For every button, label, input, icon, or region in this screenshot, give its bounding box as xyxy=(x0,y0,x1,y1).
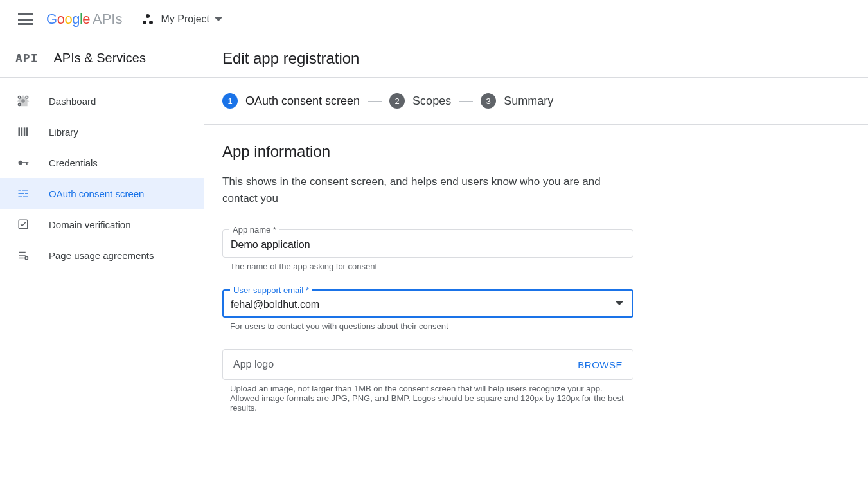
browse-button[interactable]: BROWSE xyxy=(578,359,623,370)
dropdown-arrow-icon xyxy=(616,301,623,305)
svg-point-24 xyxy=(25,256,28,260)
svg-rect-15 xyxy=(22,190,28,191)
svg-rect-18 xyxy=(19,197,22,198)
app-name-input[interactable]: App name * Demo application xyxy=(222,229,633,258)
library-icon xyxy=(15,124,31,139)
sidebar-item-label: Credentials xyxy=(49,157,98,168)
sidebar-item-label: OAuth consent screen xyxy=(49,188,144,199)
sidebar-title: APIs & Services xyxy=(54,51,146,66)
hamburger-icon xyxy=(18,13,33,25)
svg-rect-11 xyxy=(22,162,28,163)
svg-rect-12 xyxy=(26,162,28,165)
api-badge: API xyxy=(15,51,54,65)
sidebar-item-oauth-consent[interactable]: OAuth consent screen xyxy=(0,178,204,209)
svg-rect-14 xyxy=(19,190,22,191)
app-logo-hint: Upload an image, not larger than 1MB on … xyxy=(230,384,628,413)
svg-rect-22 xyxy=(19,255,26,256)
apis-suffix: APIs xyxy=(93,11,122,28)
svg-marker-0 xyxy=(19,96,28,106)
project-selector[interactable]: My Project xyxy=(137,11,227,28)
step-separator xyxy=(368,101,382,102)
top-bar: Google APIs My Project xyxy=(0,0,868,39)
sidebar: API APIs & Services Dashboard Library xyxy=(0,39,204,484)
app-name-label: App name * xyxy=(229,225,279,235)
svg-rect-9 xyxy=(26,127,28,136)
support-email-label: User support email * xyxy=(230,285,312,295)
main-content: Edit app registration 1 OAuth consent sc… xyxy=(204,39,868,484)
svg-point-3 xyxy=(26,96,28,98)
step-label: Scopes xyxy=(412,94,451,108)
sidebar-item-label: Library xyxy=(49,127,78,138)
step-oauth-consent[interactable]: 1 OAuth consent screen xyxy=(222,93,360,109)
sidebar-header: API APIs & Services xyxy=(0,39,204,78)
nav-list: Dashboard Library Credentials OAuth cons… xyxy=(0,78,204,271)
google-logo-text: Google xyxy=(46,11,90,28)
page-title: Edit app registration xyxy=(204,39,868,78)
sidebar-item-label: Page usage agreements xyxy=(49,250,154,261)
project-icon xyxy=(143,14,153,24)
section-description: This shows in the consent screen, and he… xyxy=(222,174,633,206)
app-logo-placeholder: App logo xyxy=(233,359,274,370)
step-number: 1 xyxy=(222,93,238,109)
step-summary[interactable]: 3 Summary xyxy=(481,93,553,109)
step-number: 2 xyxy=(389,93,405,109)
support-email-value: fehal@boldhut.com xyxy=(231,299,625,310)
google-apis-logo[interactable]: Google APIs xyxy=(46,11,122,28)
svg-rect-17 xyxy=(25,193,28,194)
sidebar-item-dashboard[interactable]: Dashboard xyxy=(0,85,204,116)
sidebar-item-page-usage[interactable]: Page usage agreements xyxy=(0,240,204,271)
project-name-label: My Project xyxy=(161,13,209,25)
app-logo-field[interactable]: App logo BROWSE xyxy=(222,349,633,380)
svg-rect-7 xyxy=(21,127,23,136)
consent-icon xyxy=(15,186,31,201)
section-title: App information xyxy=(222,143,829,161)
step-scopes[interactable]: 2 Scopes xyxy=(389,93,451,109)
svg-rect-6 xyxy=(19,127,21,136)
stepper: 1 OAuth consent screen 2 Scopes 3 Summar… xyxy=(204,78,868,125)
verified-icon xyxy=(15,217,31,232)
svg-rect-16 xyxy=(19,193,24,194)
app-name-value: Demo application xyxy=(231,239,625,251)
step-label: OAuth consent screen xyxy=(245,94,360,108)
svg-rect-21 xyxy=(19,252,26,253)
app-name-hint: The name of the app asking for consent xyxy=(230,262,628,271)
settings-list-icon xyxy=(15,247,31,263)
step-separator xyxy=(459,101,473,102)
sidebar-item-library[interactable]: Library xyxy=(0,116,204,147)
svg-rect-23 xyxy=(19,258,24,259)
main-menu-button[interactable] xyxy=(10,4,41,35)
sidebar-item-label: Domain verification xyxy=(49,219,131,230)
sidebar-item-domain-verification[interactable]: Domain verification xyxy=(0,209,204,240)
sidebar-item-label: Dashboard xyxy=(49,96,96,107)
svg-rect-19 xyxy=(23,197,28,198)
svg-point-2 xyxy=(19,96,21,98)
support-email-hint: For users to contact you with questions … xyxy=(230,321,628,331)
step-label: Summary xyxy=(504,94,553,108)
svg-rect-8 xyxy=(24,127,26,136)
support-email-select[interactable]: User support email * fehal@boldhut.com xyxy=(222,289,633,318)
dropdown-arrow-icon xyxy=(215,17,222,21)
dashboard-icon xyxy=(15,93,31,109)
key-icon xyxy=(15,155,31,170)
step-number: 3 xyxy=(481,93,496,109)
svg-point-10 xyxy=(19,161,23,165)
sidebar-item-credentials[interactable]: Credentials xyxy=(0,147,204,178)
